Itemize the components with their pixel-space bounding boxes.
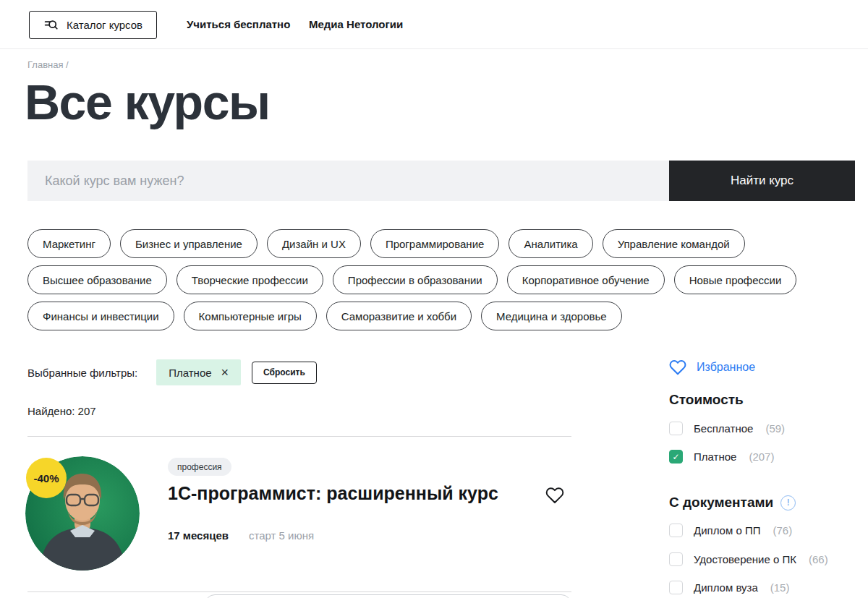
category-pill-team-management[interactable]: Управление командой <box>603 229 745 258</box>
category-pill-corporate[interactable]: Корпоративное обучение <box>507 265 665 294</box>
checkbox-paid-label: Платное <box>694 450 736 463</box>
course-start-date: старт 5 июня <box>249 529 314 542</box>
breadcrumb[interactable]: Главная / <box>27 59 69 70</box>
catalog-courses-button[interactable]: Каталог курсов <box>29 11 157 39</box>
category-pill-finance[interactable]: Финансы и инвестиции <box>27 302 174 330</box>
remove-filter-icon[interactable]: × <box>221 366 229 379</box>
discount-badge: -40% <box>26 458 67 498</box>
filter-option-diploma-pp[interactable]: Диплом о ПП (76) <box>669 524 792 537</box>
documents-section-header: С документами ! <box>669 495 796 511</box>
cost-section-title: Стоимость <box>669 392 744 408</box>
filter-tag-paid: Платное × <box>156 359 241 385</box>
catalog-courses-label: Каталог курсов <box>67 19 142 31</box>
filter-option-certificate-pk[interactable]: Удостоверение о ПК (66) <box>669 552 828 566</box>
results-count: Найдено: 207 <box>27 405 96 417</box>
favorites-link[interactable]: Избранное <box>669 359 755 376</box>
favorites-label: Избранное <box>697 361 755 374</box>
search-input[interactable] <box>27 161 669 201</box>
course-type-tag: профессия <box>168 458 231 476</box>
checkbox-free-label: Бесплатное <box>694 422 753 435</box>
checkbox-university-diploma-count: (15) <box>770 581 790 594</box>
category-pill-new-professions[interactable]: Новые профессии <box>674 265 797 294</box>
category-pill-higher-education[interactable]: Высшее образование <box>27 265 167 294</box>
checkbox-paid[interactable]: ✓ <box>669 450 683 464</box>
nav-link-learn-free[interactable]: Учиться бесплатно <box>187 0 290 49</box>
filter-option-paid[interactable]: ✓ Платное (207) <box>669 450 774 464</box>
category-pill-analytics[interactable]: Аналитика <box>509 229 592 258</box>
card-divider <box>27 591 571 592</box>
category-pill-business[interactable]: Бизнес и управление <box>120 229 258 258</box>
documents-section-title: С документами <box>669 495 773 511</box>
find-course-button[interactable]: Найти курс <box>669 161 855 201</box>
course-duration: 17 месяцев <box>168 529 229 542</box>
course-title[interactable]: 1С-программист: расширенный курс <box>168 483 498 504</box>
page-title: Все курсы <box>25 74 270 130</box>
filter-tag-label: Платное <box>169 367 211 379</box>
checkbox-diploma-pp[interactable] <box>669 524 683 537</box>
filter-option-university-diploma[interactable]: Диплом вуза (15) <box>669 581 789 594</box>
checkbox-free-count: (59) <box>765 422 785 435</box>
favorites-heart-icon <box>669 359 686 376</box>
show-more-button[interactable] <box>205 594 571 598</box>
filter-option-free[interactable]: Бесплатное (59) <box>669 422 785 435</box>
course-favorite-heart-icon[interactable] <box>545 486 565 506</box>
category-pill-list: Маркетинг Бизнес и управление Дизайн и U… <box>27 229 845 330</box>
category-pill-creative[interactable]: Творческие профессии <box>176 265 323 294</box>
category-pill-games[interactable]: Компьютерные игры <box>184 302 317 330</box>
selected-filters-label: Выбранные фильтры: <box>27 367 137 379</box>
top-navigation-bar: Каталог курсов Учиться бесплатно Медиа Н… <box>0 0 868 49</box>
category-pill-programming[interactable]: Программирование <box>370 229 499 258</box>
checkbox-university-diploma[interactable] <box>669 581 683 594</box>
documents-info-icon[interactable]: ! <box>780 495 796 511</box>
checkbox-diploma-pp-label: Диплом о ПП <box>694 524 760 537</box>
category-pill-marketing[interactable]: Маркетинг <box>27 229 111 258</box>
category-pill-medicine[interactable]: Медицина и здоровье <box>481 302 622 330</box>
checkbox-university-diploma-label: Диплом вуза <box>694 581 758 594</box>
course-search-field[interactable] <box>27 161 669 201</box>
checkbox-certificate-pk-label: Удостоверение о ПК <box>694 553 796 565</box>
checkbox-paid-count: (207) <box>749 450 774 463</box>
nav-link-media[interactable]: Медиа Нетологии <box>309 0 403 49</box>
catalog-list-search-icon <box>43 17 59 33</box>
category-pill-design-ux[interactable]: Дизайн и UX <box>267 229 361 258</box>
checkbox-free[interactable] <box>669 422 683 435</box>
checkbox-certificate-pk[interactable] <box>669 552 683 566</box>
selected-filters-row: Выбранные фильтры: Платное × Сбросить <box>27 359 317 385</box>
all-courses-page: Каталог курсов Учиться бесплатно Медиа Н… <box>0 0 868 598</box>
category-pill-education-professions[interactable]: Профессии в образовании <box>333 265 498 294</box>
checkbox-diploma-pp-count: (76) <box>773 524 792 537</box>
category-pill-self-development[interactable]: Саморазвитие и хобби <box>326 302 472 330</box>
course-meta: 17 месяцев старт 5 июня <box>168 529 314 542</box>
results-divider <box>27 436 571 437</box>
reset-filters-button[interactable]: Сбросить <box>252 362 317 384</box>
checkbox-certificate-pk-count: (66) <box>809 553 828 565</box>
